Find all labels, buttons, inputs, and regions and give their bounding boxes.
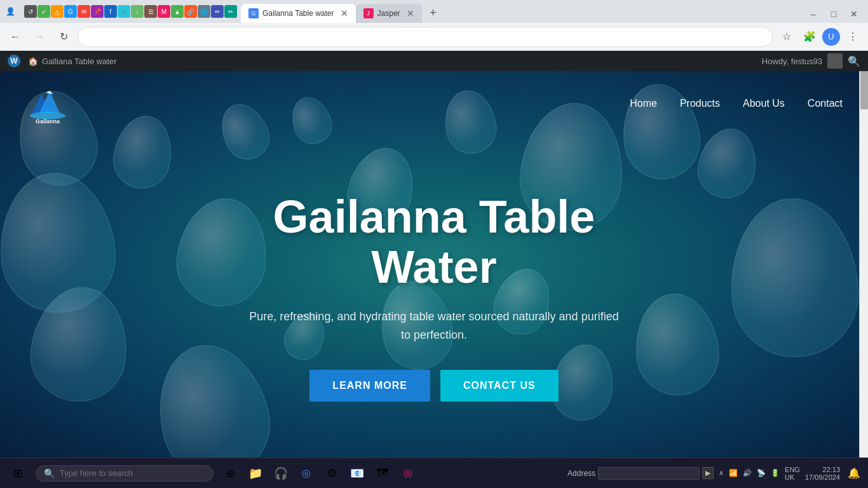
ext-icon-8[interactable]: 🐦 [118,5,130,18]
hero-content: Gailanna Table Water Pure, refreshing, a… [0,136,868,458]
wp-admin-right: Howdy, festus93 🔍 [762,53,860,69]
taskbar-apps: ⊕ 📁 🎧 ◎ ⚙ 📧 🗺 ◎ [219,462,419,485]
toolbar: ← → ↻ gailannatablewater.com.ng ☆ 🧩 U ⋮ [0,23,868,51]
headphones-btn[interactable]: 🎧 [269,462,292,485]
hero-subtitle: Pure, refreshing, and hydrating table wa… [243,308,625,344]
bookmark-button[interactable]: ☆ [776,27,797,47]
ext-icon-10[interactable]: ☰ [144,5,157,18]
ext-icon-4[interactable]: G [64,5,77,18]
contact-us-button[interactable]: CONTACT US [440,370,559,402]
forward-button[interactable]: → [29,27,50,47]
nav-bar: Gailanna Home Products About Us Contact [0,71,868,136]
ext-icon-6[interactable]: 📌 [91,5,104,18]
nav-contact[interactable]: Contact [808,98,843,109]
tab-bar-left: 👤 [0,0,20,23]
extensions-button[interactable]: 🧩 [799,27,820,47]
taskbar-address: Address ▶ [567,467,714,480]
address-bar[interactable]: gailannatablewater.com.ng [78,27,773,47]
tab-close-btn-2[interactable]: ✕ [407,8,414,18]
taskbar-time: 22:13 17/09/2024 [805,466,840,481]
windows-icon: ⊞ [13,466,23,480]
ext-icon-12[interactable]: ▲ [171,5,184,18]
tab-bar-right: – □ ✕ [804,5,868,23]
hero-title-line1: Gailanna Table [273,191,595,242]
lang-text: ENGUK [785,466,800,481]
close-button[interactable]: ✕ [845,5,863,23]
tab-title: Gailanna Table water [262,9,334,18]
nav-home[interactable]: Home [630,98,657,109]
wp-howdy-text: Howdy, festus93 [762,57,822,66]
more-button[interactable]: ⋮ [843,27,863,47]
hero-buttons: LEARN MORE CONTACT US [309,370,558,402]
address-input[interactable] [598,467,700,480]
sys-icon-up[interactable]: ∧ [719,469,724,477]
ext-icon-11[interactable]: M [158,5,170,18]
wp-search-icon[interactable]: 🔍 [848,55,860,67]
ext-icon-3[interactable]: △ [51,5,64,18]
ext-icon-9[interactable]: ↓ [131,5,144,18]
hero-section: Gailanna Home Products About Us Contact … [0,71,868,458]
tab-favicon: G [248,8,259,18]
taskbar-sys-icons: ∧ 📶 🔊 📡 🔋 [719,469,780,477]
nav-about[interactable]: About Us [743,98,785,109]
tab-bar: 👤 ↺ ✓ △ G ✉ 📌 f 🐦 ↓ ☰ M ▲ 🔗 🌐 ✏ ✏ [0,0,868,23]
task-view-btn[interactable]: ⊕ [219,462,241,485]
nav-products[interactable]: Products [680,98,720,109]
wp-admin-left: W 🏠 Galliana Table water [8,55,117,67]
logo-svg: Gailanna [25,81,70,126]
logo-area: Gailanna [25,81,70,126]
wifi-icon[interactable]: 📡 [757,469,766,477]
chrome-btn[interactable]: ◎ [295,462,318,485]
reload-button[interactable]: ↻ [53,27,74,47]
taskbar: ⊞ 🔍 ⊕ 📁 🎧 ◎ ⚙ 📧 🗺 ◎ Address ▶ ∧ 📶 [0,458,868,488]
files-btn[interactable]: 📁 [244,462,267,485]
learn-more-button[interactable]: LEARN MORE [309,370,430,402]
hero-title: Gailanna Table Water [273,192,595,292]
network-icon[interactable]: 📶 [729,469,738,477]
back-button[interactable]: ← [5,27,25,47]
ext-icon-2[interactable]: ✓ [37,5,50,18]
start-button[interactable]: ⊞ [5,461,31,486]
ext-icon-7[interactable]: f [104,5,117,18]
active-tab[interactable]: G Gailanna Table water ✕ [241,4,356,23]
tab-title-2: Jasper [377,9,400,18]
tab-close-btn[interactable]: ✕ [341,8,348,18]
email-btn[interactable]: 📧 [346,462,369,485]
tab-favicon-2: J [363,8,374,18]
battery-icon[interactable]: 🔋 [771,469,780,477]
wp-site-icon: 🏠 [28,57,38,66]
profile-avatar[interactable]: U [822,28,840,46]
volume-icon[interactable]: 🔊 [743,469,752,477]
ext-icon-16[interactable]: ✏ [224,5,237,18]
address-go-btn[interactable]: ▶ [702,467,714,479]
inactive-tab[interactable]: J Jasper ✕ [356,4,422,23]
minimize-button[interactable]: – [804,5,822,23]
ext-icon-15[interactable]: ✏ [211,5,224,18]
notification-button[interactable]: 🔔 [845,464,863,482]
toolbar-icons: ☆ 🧩 U ⋮ [776,27,863,47]
settings-btn[interactable]: ⚙ [320,462,343,485]
date-display: 17/09/2024 [805,473,840,481]
taskbar-search-input[interactable] [60,468,205,478]
wp-admin-bar: W 🏠 Galliana Table water Howdy, festus93… [0,51,868,71]
ext-icon-1[interactable]: ↺ [24,5,37,18]
taskbar-lang: ENGUK [785,466,800,481]
wp-site-name[interactable]: 🏠 Galliana Table water [28,57,117,66]
taskbar-search[interactable]: 🔍 [36,465,214,482]
map-btn[interactable]: 🗺 [371,462,394,485]
browser-tabs: G Gailanna Table water ✕ J Jasper ✕ + [241,0,804,23]
ext-icon-14[interactable]: 🌐 [198,5,210,18]
wp-avatar [827,53,843,69]
nav-links: Home Products About Us Contact [630,98,843,109]
wp-logo[interactable]: W [8,55,20,67]
ext-icon-5[interactable]: ✉ [78,5,90,18]
ext-icon-13[interactable]: 🔗 [184,5,197,18]
wp-logo-icon: W [10,57,17,65]
profile-btn[interactable]: 👤 [3,4,18,19]
search-icon: 🔍 [44,468,55,478]
chrome-2-btn[interactable]: ◎ [397,462,419,485]
taskbar-right: Address ▶ ∧ 📶 🔊 📡 🔋 ENGUK 22:13 17/09/20… [567,464,863,482]
maximize-button[interactable]: □ [825,5,843,23]
new-tab-button[interactable]: + [424,4,442,22]
svg-text:Gailanna: Gailanna [36,118,60,125]
